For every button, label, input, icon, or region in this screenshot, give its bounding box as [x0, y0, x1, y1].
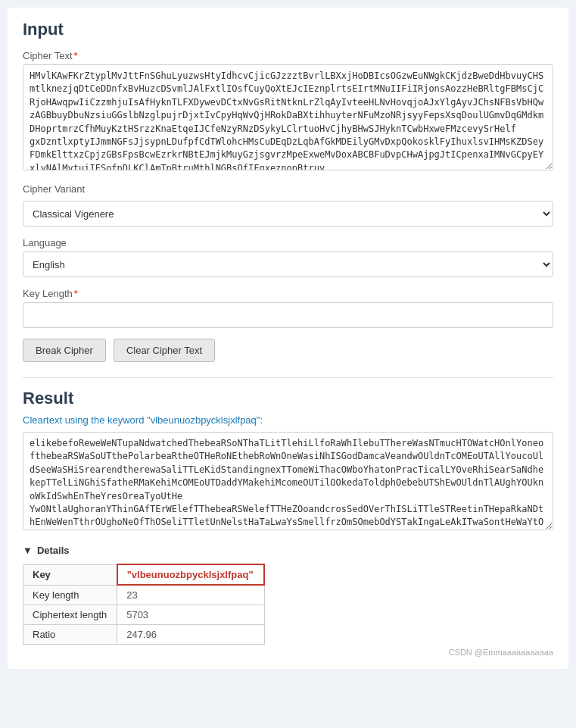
- cipher-text-input[interactable]: HMvlKAwFKrZtyplMvJttFnSGhuLyuzwsHtyIdhcv…: [23, 64, 553, 170]
- result-text-area[interactable]: elikebefoReweWeNTupaNdwatchedThebeaRSoNT…: [23, 432, 553, 530]
- table-row: Key length23: [23, 585, 265, 605]
- key-length-input[interactable]: 3-30: [23, 302, 553, 328]
- cipher-text-label: Cipher Text*: [23, 50, 553, 61]
- table-row: Ratio247.96: [23, 625, 265, 645]
- details-key-cell: Ciphertext length: [23, 605, 117, 625]
- details-key-cell: Ratio: [23, 625, 117, 645]
- watermark: CSDN @Emmaaaaaaaaaaa: [23, 648, 553, 657]
- section-divider: [23, 377, 553, 378]
- details-key-cell: Key length: [23, 585, 117, 605]
- details-value-cell: "vlbeunuozbpycklsjxlfpaq": [117, 564, 264, 585]
- details-value-cell: 247.96: [117, 625, 264, 645]
- cleartext-keyword-label: Cleartext using the keyword "vlbeunuozbp…: [23, 414, 553, 426]
- clear-cipher-button[interactable]: Clear Cipher Text: [114, 339, 215, 362]
- cipher-variant-label: Cipher Variant: [23, 183, 553, 195]
- key-length-label: Key Length*: [23, 288, 553, 299]
- details-arrow-icon: ▼: [23, 545, 33, 556]
- language-select[interactable]: English German French Spanish Italian: [23, 252, 553, 277]
- details-toggle[interactable]: ▼ Details: [23, 545, 553, 556]
- break-cipher-button[interactable]: Break Cipher: [23, 339, 106, 362]
- details-section: ▼ Details Key"vlbeunuozbpycklsjxlfpaq"Ke…: [23, 545, 553, 657]
- details-key-cell: Key: [23, 564, 117, 585]
- table-row: Ciphertext length5703: [23, 605, 265, 625]
- table-row: Key"vlbeunuozbpycklsjxlfpaq": [23, 564, 265, 585]
- cipher-variant-select[interactable]: Classical Vigenere Beaufort Variant Beau…: [23, 201, 553, 227]
- details-toggle-label: Details: [37, 545, 70, 556]
- cipher-text-required: *: [74, 50, 78, 61]
- key-length-required: *: [74, 288, 78, 299]
- details-value-cell: 23: [117, 585, 264, 605]
- input-section-title: Input: [23, 20, 553, 39]
- details-table: Key"vlbeunuozbpycklsjxlfpaq"Key length23…: [23, 564, 265, 645]
- result-section-title: Result: [23, 389, 553, 408]
- details-value-cell: 5703: [117, 605, 264, 625]
- language-label: Language: [23, 237, 553, 248]
